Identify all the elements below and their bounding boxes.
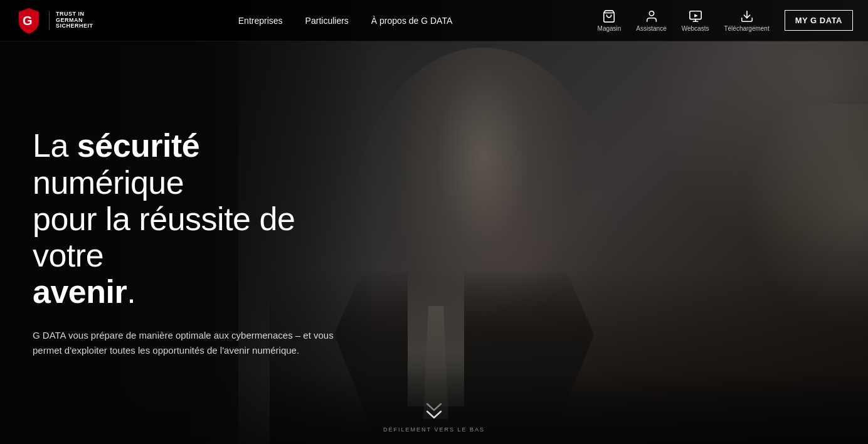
scroll-chevrons [426,403,442,419]
scroll-label: DÉFILEMENT VERS LE BAS [383,426,485,433]
webcasts-button[interactable]: Webcasts [682,9,709,32]
scroll-indicator[interactable]: DÉFILEMENT VERS LE BAS [383,403,485,433]
nav-particuliers[interactable]: Particuliers [305,16,349,26]
assistance-label: Assistance [636,25,666,32]
magasin-button[interactable]: Magasin [598,9,622,32]
hero-title-avenir: avenir [33,273,127,310]
logo-shield-icon: G [15,7,43,34]
cart-icon [602,9,616,23]
hero-section: La sécurité numérique pour la réussite d… [0,0,868,444]
telechargement-label: Téléchargement [724,25,769,32]
person-icon [645,9,659,23]
chevron-down-icon [426,410,442,419]
assistance-button[interactable]: Assistance [636,9,666,32]
telechargement-button[interactable]: Téléchargement [724,9,769,32]
webcasts-label: Webcasts [682,25,709,32]
header-left: G TRUST IN GERMAN SICHERHEIT [15,7,93,34]
logo[interactable]: G TRUST IN GERMAN SICHERHEIT [15,7,93,34]
nav-entreprises[interactable]: Entreprises [238,16,283,26]
my-gdata-button[interactable]: MY G DATA [785,10,853,31]
hero-subtitle: G DATA vous prépare de manière optimale … [33,328,334,358]
svg-text:G: G [23,14,32,28]
main-nav: Entreprises Particuliers À propos de G D… [238,16,453,26]
hero-content: La sécurité numérique pour la réussite d… [0,41,376,444]
hero-title-line1: La sécurité numérique [33,127,199,200]
nav-apropos[interactable]: À propos de G DATA [371,16,452,26]
svg-point-2 [649,11,654,15]
header: G TRUST IN GERMAN SICHERHEIT Entreprises… [0,0,868,41]
magasin-label: Magasin [598,25,622,32]
logo-line3: SICHERHEIT [56,23,93,29]
logo-text: TRUST IN GERMAN SICHERHEIT [49,11,93,30]
hero-title: La sécurité numérique pour la réussite d… [33,127,344,310]
header-right: Magasin Assistance Webcasts [598,9,853,32]
download-icon [740,9,754,23]
webcasts-icon [689,9,702,23]
svg-marker-6 [694,14,698,17]
hero-title-line2: pour la réussite de votre [33,201,295,273]
